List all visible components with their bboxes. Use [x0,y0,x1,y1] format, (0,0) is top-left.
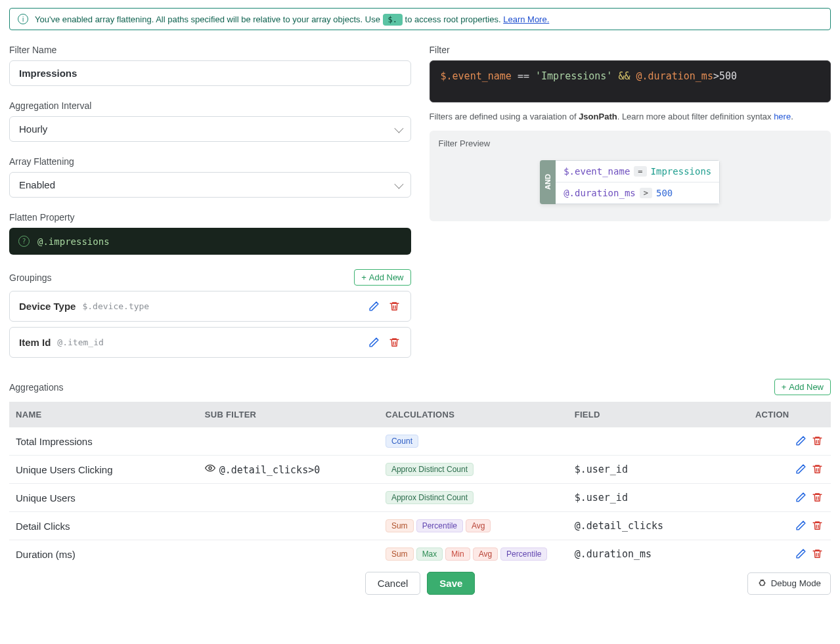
preview-path: $.event_name [564,166,630,177]
filter-syntax-link[interactable]: here [774,112,791,121]
array-flatten-label: Array Flattening [9,156,411,167]
preview-value: Impressions [651,166,712,177]
filter-helper-text: Filters are defined using a varaiation o… [430,112,831,121]
save-button[interactable]: Save [427,572,475,595]
calc-chip: Avg [466,519,491,532]
agg-field: @.detail_clicks [568,512,749,540]
delete-aggregation-icon[interactable] [810,547,824,561]
filter-token: 'Impressions' [535,70,612,82]
grouping-path: @.item_id [57,337,103,347]
table-row: Total ImpressionsCount [9,427,831,456]
debug-mode-button[interactable]: Debug Mode [747,572,831,595]
calc-chip: Percentile [500,547,547,561]
aggregations-label: Aggregations [9,382,64,393]
agg-subfilter: @.detail_clicks>0 [198,456,379,484]
banner-learn-more-link[interactable]: Learn More. [503,14,549,24]
table-row: Duration (ms)SumMaxMinAvgPercentile@.dur… [9,540,831,569]
calc-chip: Count [386,435,418,448]
table-row: Detail ClicksSumPercentileAvg@.detail_cl… [9,512,831,540]
filter-expression-input[interactable]: $.event_name == 'Impressions' && @.durat… [430,60,831,102]
calc-chip: Percentile [416,519,463,532]
array-flatten-select[interactable]: Enabled [9,172,411,198]
subfilter-text: @.detail_clicks>0 [219,464,321,476]
calc-chip: Min [445,547,470,561]
preview-path: @.duration_ms [564,188,636,198]
agg-field: @.duration_ms [568,540,749,569]
filter-name-label: Filter Name [9,45,411,55]
filter-preview-row: @.duration_ms>500 [556,182,719,204]
edit-grouping-icon[interactable] [367,299,381,313]
agg-name: Total Impressions [9,427,198,456]
edit-grouping-icon[interactable] [367,335,381,349]
groupings-label: Groupings [9,272,52,283]
filter-token: == [518,70,529,82]
agg-interval-select[interactable]: Hourly [9,116,411,142]
agg-name: Duration (ms) [9,540,198,569]
agg-name: Unique Users [9,484,198,512]
grouping-path: $.device.type [82,301,149,311]
agg-subfilter [198,512,379,540]
debug-mode-label: Debug Mode [771,578,821,588]
agg-field: $.user_id [568,484,749,512]
agg-calcs: Approx Distinct Count [379,484,568,512]
chevron-down-icon [394,123,403,133]
bug-icon [757,578,767,590]
col-field: FIELD [568,402,749,427]
cancel-button[interactable]: Cancel [365,572,421,595]
svg-point-0 [209,467,211,469]
col-action: ACTION [749,402,831,427]
agg-calcs: SumPercentileAvg [379,512,568,540]
agg-subfilter [198,484,379,512]
grouping-row: Item Id@.item_id [9,327,411,358]
flatten-property-input[interactable]: ? @.impressions [9,228,411,255]
table-row: Unique UsersApprox Distinct Count$.user_… [9,484,831,512]
filter-join-badge: AND [540,160,556,204]
info-icon: i [18,14,28,24]
plus-icon: + [782,382,787,392]
delete-grouping-icon[interactable] [387,335,401,349]
edit-aggregation-icon[interactable] [794,462,808,476]
delete-aggregation-icon[interactable] [810,462,824,476]
delete-aggregation-icon[interactable] [810,490,824,504]
flatten-property-label: Flatten Property [9,212,411,223]
banner-text-a: You've enabled array flattening. All pat… [35,14,380,24]
grouping-name: Item Id [19,337,51,348]
edit-aggregation-icon[interactable] [794,547,808,561]
calc-chip: Approx Distinct Count [386,463,474,476]
agg-subfilter [198,427,379,456]
edit-aggregation-icon[interactable] [794,519,808,532]
agg-interval-value: Hourly [19,123,47,135]
aggregations-table: NAME SUB FILTER CALCULATIONS FIELD ACTIO… [9,402,831,568]
add-aggregation-button[interactable]: + Add New [774,379,831,395]
filter-preview-panel: Filter Preview AND $.event_name=Impressi… [430,131,831,221]
edit-aggregation-icon[interactable] [794,434,808,448]
filter-token: && [618,70,630,82]
col-name: NAME [9,402,198,427]
filter-token: 500 [719,70,737,82]
preview-value: 500 [656,188,673,198]
filter-label: Filter [430,45,831,55]
add-aggregation-label: Add New [789,382,824,392]
calc-chip: Avg [473,547,498,561]
add-grouping-button[interactable]: + Add New [354,269,410,286]
chevron-down-icon [394,179,403,188]
agg-name: Detail Clicks [9,512,198,540]
grouping-row: Device Type$.device.type [9,291,411,322]
delete-aggregation-icon[interactable] [810,434,824,448]
agg-field [568,427,749,456]
filter-preview-row: $.event_name=Impressions [556,161,719,182]
edit-aggregation-icon[interactable] [794,490,808,504]
filter-token: > [713,70,719,82]
filter-name-input[interactable] [9,60,411,86]
plus-icon: + [361,272,366,282]
agg-interval-label: Aggregation Interval [9,100,411,111]
grouping-name: Device Type [19,301,76,312]
calc-chip: Approx Distinct Count [386,491,474,504]
delete-aggregation-icon[interactable] [810,519,824,532]
array-flatten-value: Enabled [19,179,55,190]
calc-chip: Sum [386,547,414,561]
delete-grouping-icon[interactable] [387,299,401,313]
filter-preview-label: Filter Preview [439,139,822,148]
col-subfilter: SUB FILTER [198,402,379,427]
table-row: Unique Users Clicking@.detail_clicks>0Ap… [9,456,831,484]
